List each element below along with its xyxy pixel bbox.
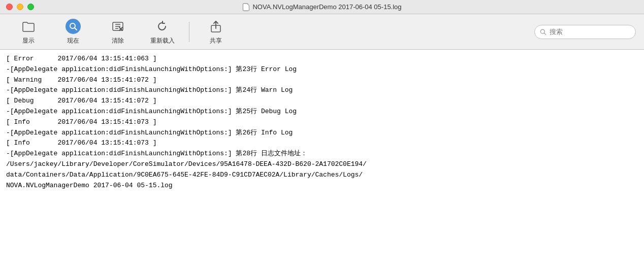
log-line: [ Info 2017/06/04 13:15:41:073 ] (6, 117, 638, 128)
show-label: 显示 (22, 37, 35, 45)
title-bar: NOVA.NVLogManagerDemo 2017-06-04 05-15.l… (0, 0, 644, 14)
log-line: -[AppDelegate application:didFinishLaunc… (6, 149, 638, 159)
now-circle (66, 19, 81, 34)
now-label: 现在 (67, 37, 79, 45)
share-icon (209, 19, 222, 33)
toolbar-separator (189, 22, 189, 42)
log-content: [ Error 2017/06/04 13:15:41:063 ]-[AppDe… (0, 50, 644, 276)
maximize-button[interactable] (27, 4, 34, 10)
window-title-area: NOVA.NVLogManagerDemo 2017-06-04 05-15.l… (242, 3, 401, 11)
svg-line-2 (75, 28, 77, 30)
svg-line-12 (544, 33, 546, 34)
search-box[interactable] (534, 25, 636, 39)
clear-label: 清除 (112, 37, 124, 45)
log-line: -[AppDelegate application:didFinishLaunc… (6, 64, 638, 75)
now-icon-area (65, 18, 81, 34)
toolbar: 显示 现在 清除 (0, 14, 644, 50)
log-line: [ Error 2017/06/04 13:15:41:063 ] (6, 54, 638, 64)
close-button[interactable] (6, 4, 13, 10)
reload-label: 重新载入 (150, 37, 175, 45)
clear-icon-area (110, 18, 126, 34)
search-input[interactable] (550, 28, 630, 36)
log-line: -[AppDelegate application:didFinishLaunc… (6, 85, 638, 96)
log-line: /Users/jackey/Library/Developer/CoreSimu… (6, 159, 638, 170)
clear-icon (111, 19, 125, 33)
log-line: NOVA.NVLogManagerDemo 2017-06-04 05-15.l… (6, 181, 638, 191)
now-button[interactable]: 现在 (53, 17, 93, 47)
share-label: 共享 (210, 37, 222, 45)
show-icon-area (20, 18, 37, 34)
reload-icon (155, 19, 170, 33)
now-search-icon (69, 22, 78, 31)
search-icon (540, 28, 546, 36)
show-button[interactable]: 显示 (8, 17, 49, 47)
log-line: -[AppDelegate application:didFinishLaunc… (6, 128, 638, 139)
folder-icon (21, 19, 36, 33)
share-icon-area (208, 18, 224, 34)
log-line: -[AppDelegate application:didFinishLaunc… (6, 107, 638, 117)
window-title: NOVA.NVLogManagerDemo 2017-06-04 05-15.l… (252, 3, 401, 11)
minimize-button[interactable] (17, 4, 23, 10)
window-controls (6, 4, 34, 10)
share-button[interactable]: 共享 (196, 17, 236, 47)
file-icon (242, 3, 249, 11)
clear-button[interactable]: 清除 (98, 17, 138, 47)
reload-button[interactable]: 重新载入 (142, 17, 183, 47)
reload-icon-area (154, 18, 171, 34)
log-line: [ Info 2017/06/04 13:15:41:073 ] (6, 138, 638, 149)
log-line: [ Debug 2017/06/04 13:15:41:072 ] (6, 96, 638, 107)
log-line: [ Warning 2017/06/04 13:15:41:072 ] (6, 75, 638, 86)
log-line: data/Containers/Data/Application/9C0EA67… (6, 170, 638, 181)
